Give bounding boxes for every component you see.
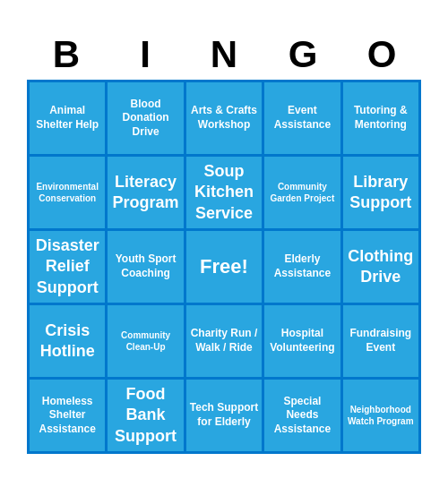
cell-r4c1: Crisis Hotline <box>30 305 105 377</box>
cell-r3c2: Youth Sport Coaching <box>108 231 183 303</box>
cell-r3c3: Free! <box>186 231 262 303</box>
cell-text-r5c2: Food Bank Support <box>110 384 180 447</box>
bingo-letter-g: G <box>265 33 340 76</box>
cell-text-r1c5: Tutoring & Mentoring <box>346 104 416 132</box>
cell-r1c2: Blood Donation Drive <box>108 82 183 154</box>
cell-r1c5: Tutoring & Mentoring <box>343 82 418 154</box>
cell-r3c4: Elderly Assistance <box>264 231 340 303</box>
bingo-letter-o: O <box>344 33 419 76</box>
cell-text-r3c5: Clothing Drive <box>346 246 416 288</box>
cell-text-r5c4: Special Needs Assistance <box>267 395 337 437</box>
cell-text-r2c1: Environmental Conservation <box>32 181 102 204</box>
cell-text-r4c3: Charity Run / Walk / Ride <box>189 327 259 355</box>
cell-text-r4c4: Hospital Volunteering <box>267 327 337 355</box>
cell-r2c1: Environmental Conservation <box>30 157 105 228</box>
bingo-letter-n: N <box>186 33 262 76</box>
cell-r2c3: Soup Kitchen Service <box>186 157 262 228</box>
cell-r4c5: Fundraising Event <box>343 305 418 377</box>
cell-r5c5: Neighborhood Watch Program <box>343 380 418 451</box>
cell-r2c2: Literacy Program <box>108 157 183 228</box>
bingo-header: BINGO <box>27 33 421 76</box>
cell-text-r3c4: Elderly Assistance <box>267 252 337 280</box>
cell-text-r4c1: Crisis Hotline <box>32 320 102 363</box>
cell-text-r2c4: Community Garden Project <box>267 181 337 204</box>
cell-r4c3: Charity Run / Walk / Ride <box>186 305 262 377</box>
bingo-letter-i: I <box>108 33 183 76</box>
cell-text-r1c1: Animal Shelter Help <box>32 104 102 132</box>
cell-text-r2c5: Library Support <box>346 172 416 214</box>
cell-text-r5c3: Tech Support for Elderly <box>189 401 259 429</box>
cell-r5c2: Food Bank Support <box>108 380 183 451</box>
cell-text-r1c2: Blood Donation Drive <box>110 98 180 140</box>
cell-r4c4: Hospital Volunteering <box>264 305 340 377</box>
cell-r1c3: Arts & Crafts Workshop <box>186 82 262 154</box>
cell-text-r4c2: Community Clean-Up <box>110 329 180 353</box>
cell-text-r1c3: Arts & Crafts Workshop <box>189 104 259 132</box>
cell-text-r3c2: Youth Sport Coaching <box>110 252 180 280</box>
bingo-grid: Animal Shelter HelpBlood Donation DriveA… <box>27 80 421 454</box>
cell-text-r1c4: Event Assistance <box>267 104 337 132</box>
cell-r5c3: Tech Support for Elderly <box>186 380 262 451</box>
cell-text-r5c5: Neighborhood Watch Program <box>346 404 416 427</box>
cell-text-r3c1: Disaster Relief Support <box>32 235 102 298</box>
cell-text-r3c3: Free! <box>200 254 248 280</box>
bingo-letter-b: B <box>29 33 104 76</box>
cell-r3c1: Disaster Relief Support <box>30 231 105 303</box>
cell-r5c4: Special Needs Assistance <box>264 380 340 451</box>
cell-r2c4: Community Garden Project <box>264 157 340 228</box>
cell-text-r4c5: Fundraising Event <box>346 327 416 355</box>
cell-r4c2: Community Clean-Up <box>108 305 183 377</box>
cell-text-r2c2: Literacy Program <box>110 172 180 214</box>
bingo-card: BINGO Animal Shelter HelpBlood Donation … <box>18 24 430 463</box>
cell-text-r2c3: Soup Kitchen Service <box>189 161 259 224</box>
cell-r1c4: Event Assistance <box>264 82 340 154</box>
cell-r2c5: Library Support <box>343 157 418 228</box>
cell-text-r5c1: Homeless Shelter Assistance <box>32 395 102 437</box>
cell-r5c1: Homeless Shelter Assistance <box>30 380 105 451</box>
cell-r3c5: Clothing Drive <box>343 231 418 303</box>
cell-r1c1: Animal Shelter Help <box>30 82 105 154</box>
